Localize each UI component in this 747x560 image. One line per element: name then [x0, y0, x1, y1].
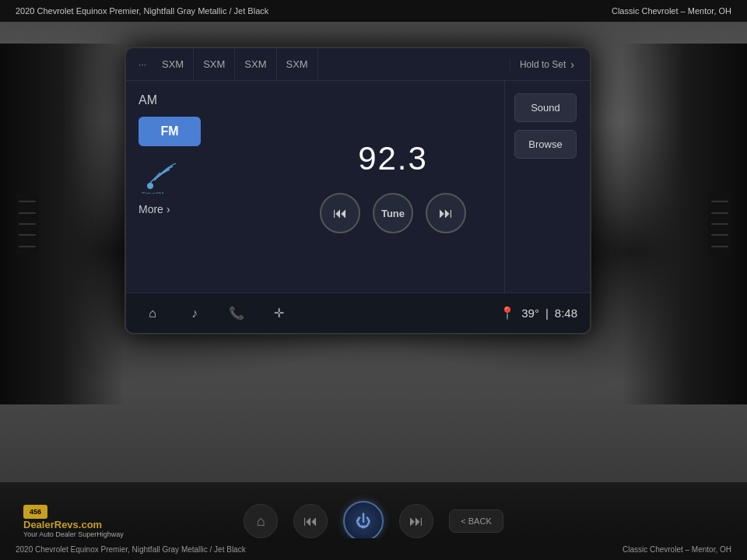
back-button[interactable]: < BACK [449, 509, 503, 533]
sound-button[interactable]: Sound [514, 93, 577, 122]
temperature: 39° [521, 306, 539, 320]
vent-line [711, 212, 728, 214]
hold-to-set-label: Hold to Set [520, 59, 566, 70]
screen: ··· SXM SXM SXM SXM Hold to Set › AM FM [126, 48, 590, 333]
skip-forward-icon: ⏭ [439, 205, 453, 222]
vent-right [708, 193, 731, 255]
home-bottom-button[interactable]: ⌂ [139, 299, 167, 327]
controls-row: ⏮ Tune ⏭ [320, 193, 466, 233]
vent-line [711, 201, 728, 202]
vent-left [16, 193, 39, 255]
temp-time-separator: | [545, 306, 549, 320]
left-panel: AM FM SiriusXM [126, 81, 282, 292]
music-bottom-button[interactable]: ♪ [181, 299, 209, 327]
vent-line [711, 223, 728, 225]
svg-point-0 [147, 183, 153, 189]
physical-skip-back-button[interactable]: ⏮ [293, 504, 328, 538]
top-bar-dealer: Classic Chevrolet – Mentor, OH [612, 6, 731, 16]
preset-dots: ··· [132, 59, 153, 70]
center-panel: 92.3 ⏮ Tune ⏭ [282, 81, 504, 292]
svg-line-1 [150, 173, 160, 183]
nav-bottom-button[interactable]: ✛ [265, 299, 293, 327]
side-right [622, 44, 747, 404]
more-row[interactable]: More › [139, 203, 269, 215]
physical-skip-forward-button[interactable]: ⏭ [399, 504, 433, 538]
phys-ctrl-area: ⌂ ⏮ ⏻ ⏭ < BACK [228, 501, 518, 541]
watermark-tagline: Your Auto Dealer SuperHighway [23, 530, 124, 538]
preset-sxm-4[interactable]: SXM [277, 48, 318, 80]
physical-home-button[interactable]: ⌂ [244, 504, 278, 538]
preset-sxm-1[interactable]: SXM [153, 48, 194, 80]
vent-line [19, 212, 36, 214]
watermark-badge: 456 [23, 505, 47, 519]
preset-sxm-3[interactable]: SXM [235, 48, 276, 80]
screen-bottom-bar: ⌂ ♪ 📞 ✛ 📍 39° | 8:48 [126, 292, 590, 333]
bottom-icons: ⌂ ♪ 📞 ✛ [139, 299, 293, 327]
vent-line [19, 246, 36, 247]
time-display: 8:48 [555, 306, 577, 320]
physical-home-icon: ⌂ [257, 513, 265, 530]
watermark-site: DealerRevs.com [23, 519, 102, 530]
phone-icon: 📞 [229, 306, 244, 320]
infotainment-screen: ··· SXM SXM SXM SXM Hold to Set › AM FM [124, 47, 591, 334]
more-label: More [139, 203, 163, 215]
vent-line [711, 246, 728, 247]
preset-sxm-2[interactable]: SXM [194, 48, 235, 80]
svg-text:SiriusXM: SiriusXM [142, 191, 163, 194]
watermark: 456 DealerRevs.com Your Auto Dealer Supe… [23, 505, 124, 538]
frequency-display: 92.3 [358, 140, 428, 177]
power-icon: ⏻ [356, 513, 371, 530]
bottom-info-bar: 2020 Chevrolet Equinox Premier, Nightfal… [0, 538, 747, 560]
location-temp: 📍 39° | 8:48 [500, 306, 577, 320]
side-left [0, 44, 124, 404]
phone-bottom-button[interactable]: 📞 [223, 299, 251, 327]
skip-forward-button[interactable]: ⏭ [426, 193, 466, 233]
main-content: AM FM SiriusXM [126, 81, 590, 292]
vent-line [19, 223, 36, 225]
browse-button[interactable]: Browse [514, 130, 577, 159]
presets-bar: ··· SXM SXM SXM SXM Hold to Set › [126, 48, 590, 81]
home-icon: ⌂ [149, 306, 156, 320]
vent-line [19, 234, 36, 236]
bottom-info-dealer: Classic Chevrolet – Mentor, OH [622, 545, 731, 554]
page-wrapper: 2020 Chevrolet Equinox Premier, Nightfal… [0, 0, 747, 560]
physical-skip-back-icon: ⏮ [303, 513, 317, 530]
tune-button[interactable]: Tune [373, 193, 413, 233]
more-chevron-icon: › [167, 203, 170, 215]
vent-line [19, 201, 36, 202]
power-knob[interactable]: ⏻ [343, 501, 384, 541]
hold-to-set: Hold to Set › [510, 58, 584, 71]
sirius-logo-icon: SiriusXM [139, 159, 181, 194]
watermark-numbers: 456 [30, 508, 41, 516]
nav-icon: ✛ [274, 306, 284, 320]
location-pin-icon: 📍 [500, 306, 515, 320]
sirius-logo[interactable]: SiriusXM [139, 159, 269, 194]
bottom-info-title: 2020 Chevrolet Equinox Premier, Nightfal… [16, 545, 246, 554]
music-icon: ♪ [191, 306, 198, 320]
skip-back-button[interactable]: ⏮ [320, 193, 360, 233]
fm-button[interactable]: FM [139, 117, 201, 146]
skip-back-icon: ⏮ [333, 205, 347, 222]
chevron-right-icon: › [570, 58, 574, 71]
physical-skip-forward-icon: ⏭ [409, 513, 423, 530]
vent-line [711, 234, 728, 236]
top-bar: 2020 Chevrolet Equinox Premier, Nightfal… [0, 0, 747, 22]
band-label: AM [139, 93, 269, 107]
right-panel: Sound Browse [504, 81, 590, 292]
top-bar-title: 2020 Chevrolet Equinox Premier, Nightfal… [16, 6, 268, 16]
